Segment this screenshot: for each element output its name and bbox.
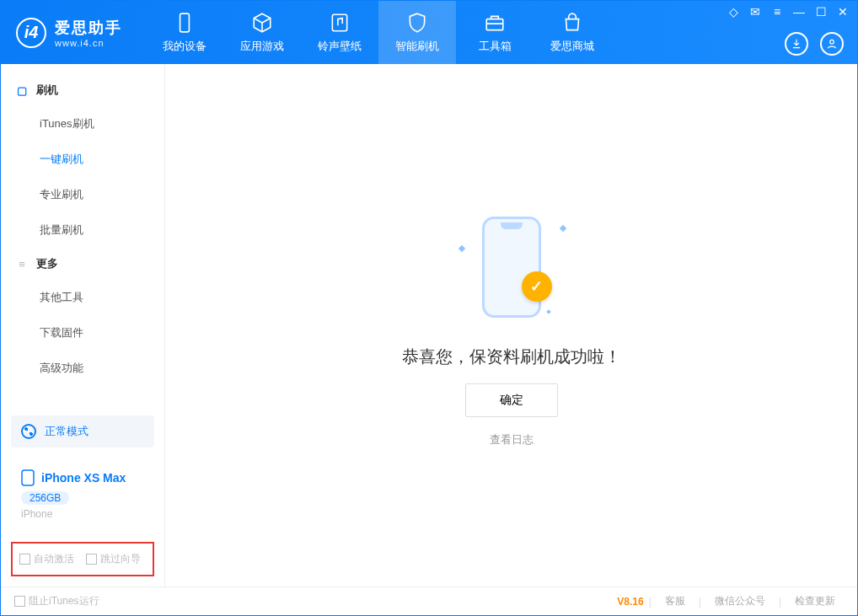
device-capacity-badge: 256GB — [21, 491, 69, 505]
theme-icon[interactable]: ◇ — [727, 6, 739, 18]
account-button[interactable] — [820, 32, 844, 56]
sidebar-item-other-tools[interactable]: 其他工具 — [1, 280, 164, 315]
nav-apps-games[interactable]: 应用游戏 — [223, 1, 301, 64]
sidebar-item-itunes-flash[interactable]: iTunes刷机 — [1, 106, 164, 142]
nav-toolbox[interactable]: 工具箱 — [456, 1, 534, 64]
nav-store[interactable]: 爱思商城 — [534, 1, 611, 64]
toolbox-icon — [484, 12, 506, 34]
svg-point-3 — [830, 40, 834, 44]
nav-ringtone-wallpaper[interactable]: 铃声壁纸 — [301, 1, 378, 64]
checkbox-icon — [19, 554, 30, 565]
bag-icon — [561, 12, 583, 34]
check-update-link[interactable]: 检查更新 — [786, 594, 844, 608]
sparkle-icon — [559, 224, 566, 231]
svg-rect-2 — [486, 19, 503, 29]
view-log-link[interactable]: 查看日志 — [490, 432, 534, 447]
result-message: 恭喜您，保资料刷机成功啦！ — [402, 345, 621, 368]
flash-result: ✓ 恭喜您，保资料刷机成功啦！ 确定 查看日志 — [402, 204, 621, 447]
app-logo: i4 爱思助手 www.i4.cn — [1, 18, 137, 48]
maximize-button[interactable]: ☐ — [815, 6, 827, 18]
minimize-button[interactable]: — — [793, 6, 805, 18]
music-icon — [329, 12, 351, 34]
svg-rect-1 — [332, 14, 346, 31]
app-name: 爱思助手 — [55, 18, 122, 38]
sparkle-icon — [458, 244, 464, 251]
svg-rect-0 — [180, 13, 190, 32]
device-icon — [174, 12, 196, 34]
sidebar: ▢ 刷机 iTunes刷机 一键刷机 专业刷机 批量刷机 ≡ 更多 其他工具 下… — [1, 64, 165, 587]
sidebar-section-flash: ▢ 刷机 — [1, 74, 164, 106]
checkbox-icon — [86, 554, 97, 565]
support-link[interactable]: 客服 — [657, 594, 694, 608]
window-controls: ◇ ✉ ≡ — ☐ ✕ — [727, 6, 849, 18]
download-button[interactable] — [785, 32, 808, 56]
app-site: www.i4.cn — [55, 38, 122, 48]
shield-icon — [406, 12, 428, 34]
device-name: iPhone XS Max — [41, 471, 126, 485]
main-content: ✓ 恭喜您，保资料刷机成功啦！ 确定 查看日志 — [165, 64, 857, 587]
sparkle-icon — [546, 309, 551, 314]
device-info-box[interactable]: iPhone XS Max 256GB iPhone — [11, 461, 154, 528]
checkbox-skip-guide[interactable]: 跳过向导 — [86, 552, 141, 566]
logo-icon: i4 — [16, 18, 46, 48]
iphone-icon — [21, 469, 35, 486]
app-window: i4 爱思助手 www.i4.cn 我的设备 应用游戏 铃声壁纸 智能刷机 — [0, 0, 858, 616]
menu-lines-icon: ≡ — [16, 258, 28, 270]
phone-outline-icon — [482, 217, 541, 318]
titlebar: i4 爱思助手 www.i4.cn 我的设备 应用游戏 铃声壁纸 智能刷机 — [1, 1, 857, 64]
sidebar-item-advanced[interactable]: 高级功能 — [1, 351, 164, 386]
sidebar-section-more: ≡ 更多 — [1, 248, 164, 280]
feedback-icon[interactable]: ✉ — [749, 6, 761, 18]
version-label: V8.16 — [617, 596, 643, 608]
checkbox-icon — [14, 596, 25, 607]
phone-icon: ▢ — [16, 84, 28, 96]
header-actions — [785, 32, 844, 56]
check-badge-icon: ✓ — [522, 271, 552, 302]
confirm-button[interactable]: 确定 — [465, 383, 558, 417]
sidebar-item-pro-flash[interactable]: 专业刷机 — [1, 177, 164, 212]
sidebar-item-batch-flash[interactable]: 批量刷机 — [1, 212, 164, 248]
success-illustration: ✓ — [436, 204, 587, 330]
statusbar: 阻止iTunes运行 V8.16 | 客服 | 微信公众号 | 检查更新 — [1, 587, 857, 615]
mode-icon — [21, 424, 36, 439]
device-type: iPhone — [21, 508, 144, 520]
close-button[interactable]: ✕ — [837, 6, 849, 18]
wechat-link[interactable]: 微信公众号 — [706, 594, 774, 608]
sidebar-item-download-firmware[interactable]: 下载固件 — [1, 315, 164, 351]
app-body: ▢ 刷机 iTunes刷机 一键刷机 专业刷机 批量刷机 ≡ 更多 其他工具 下… — [1, 64, 857, 587]
options-highlight-box: 自动激活 跳过向导 — [11, 542, 154, 576]
nav-smart-flash[interactable]: 智能刷机 — [378, 1, 456, 64]
checkbox-auto-activate[interactable]: 自动激活 — [19, 552, 74, 566]
main-nav: 我的设备 应用游戏 铃声壁纸 智能刷机 工具箱 爱思商城 — [146, 1, 611, 64]
device-mode-box[interactable]: 正常模式 — [11, 415, 154, 447]
device-mode-label: 正常模式 — [45, 424, 88, 439]
nav-my-device[interactable]: 我的设备 — [146, 1, 223, 64]
menu-icon[interactable]: ≡ — [771, 6, 783, 18]
cube-icon — [251, 12, 273, 34]
checkbox-block-itunes[interactable]: 阻止iTunes运行 — [14, 594, 99, 608]
svg-rect-4 — [22, 470, 34, 485]
sidebar-item-oneclick-flash[interactable]: 一键刷机 — [1, 142, 164, 177]
